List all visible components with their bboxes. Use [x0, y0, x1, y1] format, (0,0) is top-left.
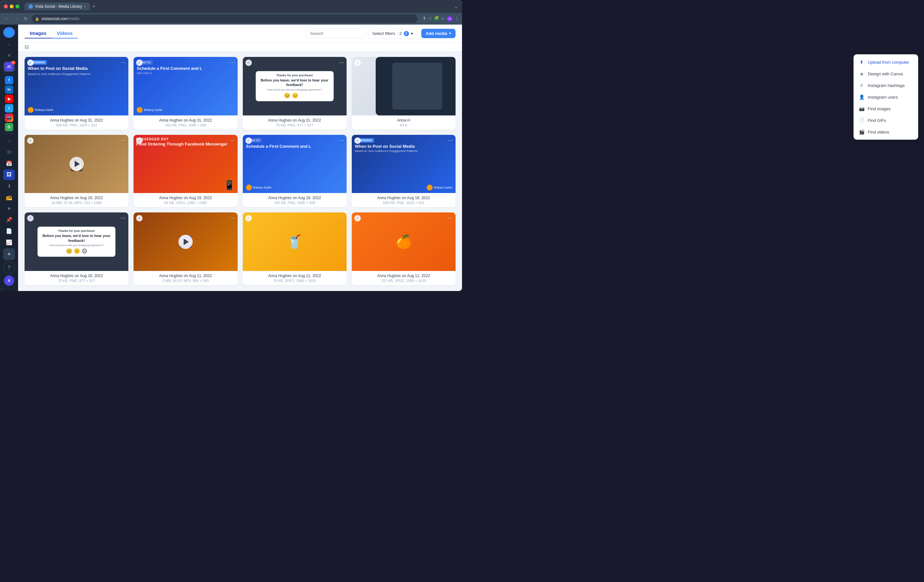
media-card: 🌆 ✓ ⋯ Anna Hughes on Aug 11, 2022 [134, 213, 237, 285]
url-bar[interactable]: 🔒 vistasocial.com/media [32, 15, 417, 23]
card-more-button-2[interactable]: ⋯ [230, 59, 235, 66]
menu-icon[interactable]: ⋮ [455, 16, 459, 21]
card-checkbox-6[interactable]: ✓ [136, 137, 143, 144]
card-more-button-8[interactable]: ⋯ [448, 137, 453, 143]
card-more-button-6[interactable]: ⋯ [230, 137, 235, 143]
media-card: 🍊 ✓ ⋯ Anna Hughes on Aug 11, 2022 317 KB… [352, 213, 455, 285]
filter-button[interactable]: Select filters · 2 2 ▾ [368, 29, 417, 38]
bookmark-icon[interactable]: ☆ [428, 16, 432, 21]
grid-filter-icon[interactable]: ⊟ [25, 44, 29, 50]
tab-favicon [28, 4, 33, 9]
media-meta-11: 79 KB, JPEG, 1080 × 1620 [246, 279, 343, 283]
sidebar-expand-button[interactable]: › [7, 40, 11, 48]
minimize-button[interactable] [10, 5, 13, 8]
card-more-button-1[interactable]: ⋯ [120, 59, 126, 66]
close-button[interactable] [4, 5, 8, 8]
sidebar-item-compose[interactable]: ✉ [3, 147, 15, 157]
card-more-button-4[interactable]: ⋯ [448, 59, 453, 66]
new-tab-button[interactable]: + [92, 3, 96, 9]
sidebar-item-youtube[interactable]: ▶ [5, 95, 13, 103]
sidebar-item-reviews[interactable]: ★ [3, 203, 15, 214]
profile-avatar[interactable]: A [447, 16, 453, 21]
tabs-nav: Images Videos [25, 28, 302, 38]
sidebar-item-help[interactable]: ? [3, 262, 15, 274]
sidebar-item-facebook[interactable]: f [5, 76, 13, 84]
sidebar-item-media[interactable]: 🖼 [3, 170, 15, 180]
card-checkbox-7[interactable]: ✓ [245, 137, 252, 144]
sidebar-item-pinned[interactable]: 📌 [3, 214, 15, 225]
browser-window: Vista Social - Media Library × + ⌄ ← → ↻… [0, 0, 462, 291]
media-info-5: Anna Hughes on Aug 19, 2022 18 MB, 01:54… [25, 193, 128, 207]
sidebar-bottom: + ? A [3, 248, 15, 289]
share-icon[interactable]: ⬆ [422, 16, 426, 21]
tab-close-icon[interactable]: × [84, 5, 86, 8]
app-body: 🌐 › ≡ JC 6 f in ▶ t 📷 G ⌂ ✉ 📅 🖼 [0, 25, 462, 291]
sidebar-item-calendar[interactable]: 📅 [3, 158, 15, 169]
media-info-2: Anna Hughes on Aug 31, 2022 193 KB, PNG,… [134, 115, 237, 130]
sidebar-item-linkedin[interactable]: in [5, 85, 13, 94]
media-meta-8: 569 KB, PNG, 1620 × 912 [355, 201, 452, 204]
card-more-button-5[interactable]: ⋯ [120, 137, 126, 143]
sidebar-account-selector[interactable]: JC 6 [3, 61, 15, 72]
media-card: Thanks for your purchase! Before you lea… [243, 57, 346, 130]
media-author-8: Anna Hughes on Aug 18, 2022 [355, 196, 452, 200]
sidebar-social-accounts: f in ▶ t 📷 G [5, 76, 13, 131]
maximize-button[interactable] [15, 5, 20, 8]
puzzle-icon[interactable]: 🧩 [434, 16, 439, 21]
card-checkbox-8[interactable]: ✓ [354, 137, 361, 144]
add-media-button[interactable]: Add media ▾ [421, 29, 455, 38]
card-checkbox-4[interactable]: ○ [354, 59, 361, 66]
card-checkbox-3[interactable]: ✓ [245, 59, 252, 66]
sidebar-item-download[interactable]: ⬇ [3, 181, 15, 191]
sidebar-item-google[interactable]: G [5, 123, 13, 131]
forward-button[interactable]: → [13, 15, 20, 22]
media-info-4: Anna H 83 K [352, 115, 455, 130]
sidebar-toggle-icon[interactable]: ▭ [441, 16, 445, 21]
back-button[interactable]: ← [3, 15, 10, 22]
sidebar-item-instagram[interactable]: 📷 [5, 114, 13, 122]
card-more-button-9[interactable]: ⋯ [120, 215, 126, 221]
card-checkbox-1[interactable]: ✓ [27, 59, 34, 66]
play-button-5[interactable] [69, 157, 84, 171]
media-info-10: Anna Hughes on Aug 11, 2022 3 MB, 00:10,… [134, 271, 237, 285]
sidebar-item-add[interactable]: + [3, 248, 15, 260]
media-meta-2: 193 KB, PNG, 1080 × 608 [137, 123, 234, 127]
filter-btn-label: Select filters [372, 31, 395, 36]
media-author-10: Anna Hughes on Aug 11, 2022 [137, 274, 234, 278]
media-card: 🥤 ○ ⋯ Anna Hughes on Aug 11, 2022 79 KB,… [243, 213, 346, 285]
app-logo[interactable]: 🌐 [3, 27, 15, 38]
sidebar-divider-1 [4, 74, 14, 74]
media-card: TRENDING When to Post on Social Media Ba… [352, 135, 455, 208]
sidebar-item-pages[interactable]: 📄 [3, 226, 15, 236]
media-meta-3: 70 KB, PNG, 877 × 527 [246, 123, 343, 127]
card-checkbox-11[interactable]: ○ [245, 215, 252, 221]
sidebar-item-filter[interactable]: ≡ [3, 50, 15, 61]
sidebar-item-listening[interactable]: 📻 [3, 192, 15, 203]
media-author-6: Anna Hughes on Aug 19, 2022 [137, 196, 234, 200]
card-more-button-11[interactable]: ⋯ [339, 215, 344, 221]
media-author-5: Anna Hughes on Aug 19, 2022 [28, 196, 125, 200]
sidebar-item-home[interactable]: ⌂ [3, 135, 15, 146]
play-triangle-5 [75, 161, 80, 167]
card-more-button-12[interactable]: ⋯ [448, 215, 453, 221]
media-info-3: Anna Hughes on Aug 31, 2022 70 KB, PNG, … [243, 115, 346, 130]
tab-menu-icon[interactable]: ⌄ [454, 4, 458, 9]
user-avatar[interactable]: A [4, 275, 14, 286]
media-info-11: Anna Hughes on Aug 11, 2022 79 KB, JPEG,… [243, 271, 346, 285]
reload-button[interactable]: ↻ [23, 15, 29, 22]
search-input[interactable] [306, 29, 364, 38]
card-more-button-10[interactable]: ⋯ [230, 215, 235, 221]
card-checkbox-5[interactable]: ✓ [27, 137, 34, 144]
play-button-10[interactable] [178, 235, 193, 249]
tab-title: Vista Social - Media Library [35, 4, 82, 9]
card-more-button-7[interactable]: ⋯ [339, 137, 344, 143]
lock-icon: 🔒 [35, 17, 40, 21]
active-tab[interactable]: Vista Social - Media Library × [25, 3, 90, 10]
tab-videos[interactable]: Videos [52, 28, 78, 38]
sidebar-item-analytics[interactable]: 📈 [3, 237, 15, 248]
tab-images[interactable]: Images [25, 28, 52, 38]
media-meta-9: 70 KB, PNG, 877 × 527 [28, 279, 125, 283]
sidebar-item-twitter[interactable]: t [5, 104, 13, 112]
card-more-button-3[interactable]: ⋯ [339, 59, 344, 66]
media-card: MESSENGER BOT Food Ordering Through Face… [134, 135, 237, 208]
